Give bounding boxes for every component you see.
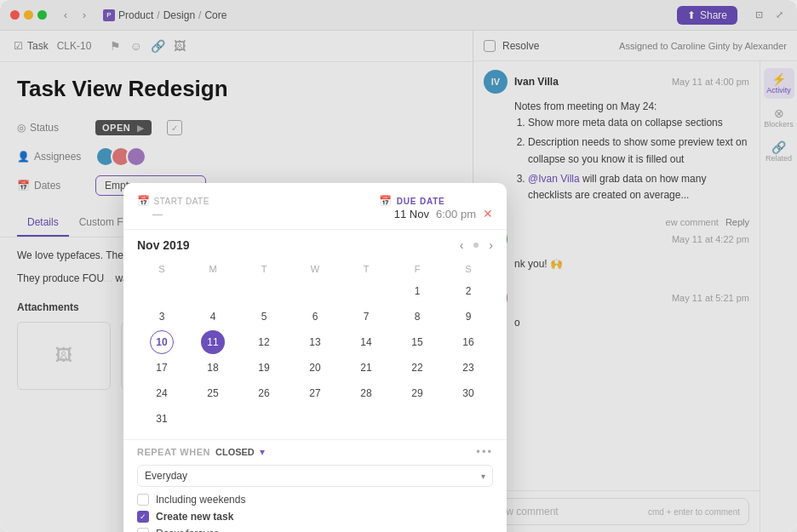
- start-date-label: 📅 START DATE: [137, 195, 209, 207]
- repeat-when-chevron[interactable]: ▾: [260, 446, 265, 458]
- cal-day-26[interactable]: 26: [252, 381, 276, 405]
- cal-day-4[interactable]: 4: [201, 305, 225, 329]
- calendar-icon-due: 📅: [379, 195, 392, 207]
- cal-header-T1: T: [239, 260, 289, 277]
- cal-day-empty-10: [405, 407, 429, 431]
- cal-day-empty-5: [354, 279, 378, 303]
- cal-day-9[interactable]: 9: [456, 305, 480, 329]
- due-time-value: 6:00 pm: [436, 208, 476, 220]
- cal-header-T2: T: [341, 260, 391, 277]
- due-date-value-row: 11 Nov 6:00 pm ✕: [379, 207, 493, 220]
- frequency-select[interactable]: Everyday ▾: [137, 465, 493, 487]
- cal-day-empty-9: [354, 407, 378, 431]
- due-date-section: 📅 DUE DATE 11 Nov 6:00 pm ✕: [379, 195, 493, 220]
- cal-day-1[interactable]: 1: [405, 279, 429, 303]
- weekends-label: Including weekends: [156, 494, 245, 506]
- cal-day-7[interactable]: 7: [354, 305, 378, 329]
- repeat-option-new-task: Create new task: [137, 511, 493, 523]
- weekends-checkbox[interactable]: [137, 494, 149, 506]
- cal-day-31[interactable]: 31: [150, 407, 174, 431]
- repeat-section: REPEAT WHEN CLOSED ▾ ••• Everyday ▾ Incl…: [123, 439, 507, 532]
- start-date-value: —: [137, 209, 209, 220]
- cal-day-3[interactable]: 3: [150, 305, 174, 329]
- calendar-nav: ‹ ›: [460, 238, 493, 252]
- cal-day-25[interactable]: 25: [201, 381, 225, 405]
- cal-day-6[interactable]: 6: [303, 305, 327, 329]
- due-date-value: 11 Nov: [394, 208, 429, 220]
- repeat-options-menu[interactable]: •••: [476, 445, 493, 458]
- cal-day-empty-2: [201, 279, 225, 303]
- cal-day-29[interactable]: 29: [405, 381, 429, 405]
- cal-day-empty-7: [252, 407, 276, 431]
- cal-day-30[interactable]: 30: [456, 381, 480, 405]
- calendar-next-button[interactable]: ›: [489, 238, 493, 252]
- date-picker-modal: 📅 START DATE — 📅 DUE DATE 11 Nov 6:00 pm…: [123, 183, 507, 532]
- cal-day-12[interactable]: 12: [252, 330, 276, 354]
- cal-header-W: W: [290, 260, 340, 277]
- recur-forever-checkbox[interactable]: [137, 528, 149, 532]
- frequency-chevron-icon: ▾: [481, 472, 485, 481]
- repeat-label: REPEAT WHEN: [137, 447, 210, 457]
- cal-header-S: S: [137, 260, 186, 277]
- cal-day-22[interactable]: 22: [405, 356, 429, 380]
- calendar-header: Nov 2019 ‹ ›: [137, 238, 493, 252]
- cal-day-2[interactable]: 2: [456, 279, 480, 303]
- cal-header-F: F: [393, 260, 442, 277]
- cal-day-16[interactable]: 16: [456, 330, 480, 354]
- repeat-option-recur-forever: Recur forever: [137, 528, 493, 532]
- start-date-section: 📅 START DATE —: [137, 195, 209, 220]
- cal-day-10[interactable]: 10: [150, 330, 174, 354]
- cal-day-5[interactable]: 5: [252, 305, 276, 329]
- due-date-label: DUE DATE: [397, 197, 445, 206]
- cal-day-21[interactable]: 21: [354, 356, 378, 380]
- cal-day-23[interactable]: 23: [456, 356, 480, 380]
- cal-day-empty-6: [201, 407, 225, 431]
- calendar-prev-button[interactable]: ‹: [460, 238, 464, 252]
- calendar-month: Nov 2019: [137, 238, 189, 252]
- cal-day-27[interactable]: 27: [303, 381, 327, 405]
- cal-day-8[interactable]: 8: [405, 305, 429, 329]
- cal-day-18[interactable]: 18: [201, 356, 225, 380]
- calendar-today-dot[interactable]: [473, 243, 479, 248]
- cal-day-empty-3: [252, 279, 276, 303]
- due-date-clear-button[interactable]: ✕: [483, 207, 493, 220]
- cal-day-24[interactable]: 24: [150, 381, 174, 405]
- cal-day-20[interactable]: 20: [303, 356, 327, 380]
- modal-dates-header: 📅 START DATE — 📅 DUE DATE 11 Nov 6:00 pm…: [123, 183, 507, 230]
- calendar-icon-start: 📅: [137, 195, 151, 207]
- repeat-header: REPEAT WHEN CLOSED ▾ •••: [137, 445, 493, 458]
- cal-day-17[interactable]: 17: [150, 356, 174, 380]
- repeat-when-value: CLOSED: [215, 447, 255, 457]
- repeat-option-weekends: Including weekends: [137, 494, 493, 506]
- cal-day-empty-8: [303, 407, 327, 431]
- cal-day-14[interactable]: 14: [354, 330, 378, 354]
- recur-forever-label: Recur forever: [156, 528, 218, 532]
- new-task-checkbox[interactable]: [137, 511, 149, 523]
- new-task-label: Create new task: [156, 511, 233, 523]
- cal-day-13[interactable]: 13: [303, 330, 327, 354]
- calendar-grid: S M T W T F S 1 2 3 4 5 6 7: [137, 260, 493, 431]
- calendar-section: Nov 2019 ‹ › S M T W T F S: [123, 230, 507, 439]
- cal-header-S2: S: [444, 260, 493, 277]
- repeat-options: Including weekends Create new task Recur…: [137, 494, 493, 532]
- cal-day-19[interactable]: 19: [252, 356, 276, 380]
- cal-header-M: M: [188, 260, 238, 277]
- cal-day-empty-4: [303, 279, 327, 303]
- cal-day-11[interactable]: 11: [201, 330, 225, 354]
- cal-day-28[interactable]: 28: [354, 381, 378, 405]
- cal-day-15[interactable]: 15: [405, 330, 429, 354]
- cal-day-empty-1: [150, 279, 174, 303]
- cal-day-empty-11: [456, 407, 480, 431]
